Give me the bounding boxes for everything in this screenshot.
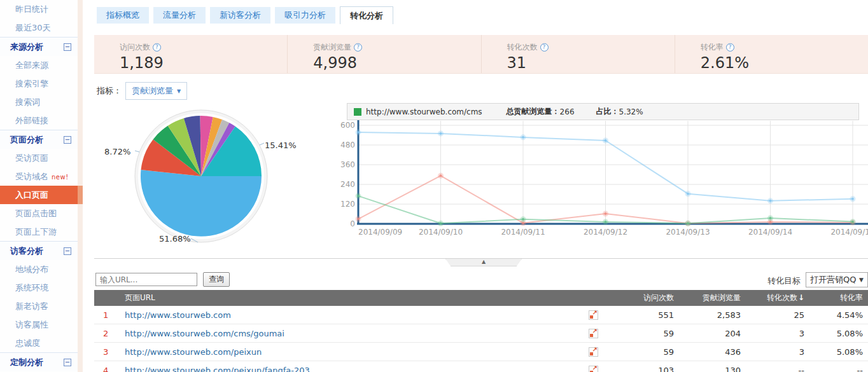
x-tick-label: 2014/09/11 [501, 228, 545, 237]
sidebar-section-19[interactable]: 定制分析− [0, 352, 78, 371]
table-row-2[interactable]: 3http://www.stourweb.com/peixun5943635.0… [94, 343, 868, 361]
x-tick-label: 2014/09/15 [830, 228, 868, 237]
metric-dropdown[interactable]: 贡献浏览量 ▼ [125, 82, 187, 100]
page-url-link[interactable]: http://www.stourweb.com/cms/goumai [125, 329, 284, 338]
collapse-section-icon[interactable]: − [64, 247, 71, 255]
sidebar-item-17[interactable]: 访客属性 [0, 315, 78, 334]
cell-views: 130 [674, 366, 741, 372]
arrow-up-icon: ▲ [482, 259, 486, 265]
conversion-goal-label: 转化目标 [767, 275, 801, 287]
sidebar-item-label: 来源分析 [10, 38, 43, 57]
sidebar-item-label: 地域分布 [15, 265, 48, 274]
sidebar-item-12[interactable]: 页面上下游 [0, 223, 78, 241]
sidebar-item-label: 系统环境 [15, 283, 48, 293]
help-icon[interactable]: ? [726, 43, 734, 52]
cell-visits: 103 [613, 366, 674, 372]
sidebar-item-15[interactable]: 系统环境 [0, 279, 78, 297]
stat-label: 贡献浏览量? [313, 42, 480, 53]
sidebar-item-14[interactable]: 地域分布 [0, 260, 78, 279]
sidebar-item-label: 忠诚度 [15, 338, 40, 348]
tab-1[interactable]: 流量分析 [153, 7, 206, 24]
data-point-core [357, 217, 360, 220]
page-url-link[interactable]: http://www.stourweb.com [125, 310, 231, 320]
open-page-icon[interactable] [589, 366, 598, 372]
sidebar-item-label: 昨日统计 [15, 4, 48, 14]
line-chart[interactable]: http://www.stourweb.com/cms 总贡献浏览量： 266 … [336, 102, 868, 258]
collapse-section-icon[interactable]: − [64, 359, 71, 366]
table-row-3[interactable]: 4http://www.stourweb.com/peixun/fangfa-2… [94, 361, 868, 372]
sidebar-item-label: 访客分析 [10, 242, 43, 261]
sidebar-item-1[interactable]: 最近30天 [0, 18, 78, 37]
collapse-section-icon[interactable]: − [64, 136, 71, 144]
sidebar-item-18[interactable]: 忠诚度 [0, 334, 78, 352]
sidebar-item-label: 页面分析 [10, 130, 43, 149]
page-url-link[interactable]: http://www.stourweb.com/peixun [125, 347, 262, 357]
sidebar-item-3[interactable]: 全部来源 [0, 56, 78, 74]
conversion-goal-select[interactable]: 打开营销QQ ▼ [806, 272, 868, 287]
collapse-panel-button[interactable]: ▲ [445, 259, 522, 266]
row-rank: 3 [103, 347, 108, 357]
line-chart-svg: 01202403604806002014/09/092014/09/102014… [336, 102, 868, 258]
sidebar-section-13[interactable]: 访客分析− [0, 241, 78, 260]
tab-4[interactable]: 转化分析 [340, 6, 393, 24]
sidebar-item-10[interactable]: 入口页面 [0, 186, 78, 204]
sidebar-item-label: 搜索引擎 [15, 79, 48, 88]
metric-label: 指标： [97, 85, 122, 97]
open-page-icon[interactable] [589, 310, 598, 320]
page-url-link[interactable]: http://www.stourweb.com/peixun/fangfa-20… [125, 366, 310, 372]
pie-label-connector [135, 151, 139, 152]
url-search-input[interactable] [95, 273, 197, 286]
data-point-core [522, 222, 524, 224]
data-point-core [769, 217, 772, 219]
table-row-0[interactable]: 1http://www.stourweb.com5512,583254.54% [94, 306, 868, 324]
sidebar-section-2[interactable]: 来源分析− [0, 37, 78, 56]
cell-rate: 4.54% [804, 310, 868, 320]
table-row-1[interactable]: 2http://www.stourweb.com/cms/goumai59204… [94, 324, 868, 343]
y-tick-label: 120 [340, 200, 355, 209]
cell-rate: 5.08% [804, 347, 868, 357]
table-header: 页面URL访问次数贡献浏览量转化次数↓转化率 [94, 290, 868, 306]
legend-total-label: 总贡献浏览量： [507, 106, 560, 117]
help-icon[interactable]: ? [153, 43, 161, 52]
data-point-core [440, 132, 442, 135]
sidebar-item-9[interactable]: 受访域名new! [0, 167, 78, 186]
cell-rate: -- [804, 366, 868, 372]
stat-card-1: 贡献浏览量?4,998 [287, 35, 480, 73]
sidebar-item-label: 受访域名 [15, 172, 48, 181]
divider [94, 258, 868, 259]
pie-chart-svg [95, 105, 307, 252]
tab-2[interactable]: 新访客分析 [210, 7, 270, 24]
column-header-2[interactable]: 贡献浏览量 [674, 293, 741, 303]
cell-conversions: 3 [741, 347, 804, 357]
pie-label-right: 15.41% [265, 141, 297, 150]
data-point-core [440, 222, 442, 224]
pie-chart[interactable]: 51.68% 8.72% 15.41% [95, 105, 307, 252]
column-header-0[interactable]: 页面URL [94, 293, 584, 303]
column-header-3[interactable]: 转化次数↓ [741, 293, 804, 303]
sidebar-item-5[interactable]: 搜索词 [0, 93, 78, 111]
data-point-core [605, 221, 607, 223]
column-header-1[interactable]: 访问次数 [613, 293, 674, 303]
legend-share-value: 5.32% [619, 107, 643, 116]
sidebar-item-label: 新老访客 [15, 301, 48, 311]
help-icon[interactable]: ? [354, 43, 362, 52]
sidebar-item-0[interactable]: 昨日统计 [0, 0, 78, 18]
sidebar-item-16[interactable]: 新老访客 [0, 297, 78, 315]
open-page-icon[interactable] [589, 347, 598, 357]
cell-conversions: -- [741, 366, 804, 372]
sidebar-item-8[interactable]: 受访页面 [0, 149, 78, 167]
tab-0[interactable]: 指标概览 [97, 7, 149, 24]
sidebar-item-4[interactable]: 搜索引擎 [0, 74, 78, 93]
column-header-4[interactable]: 转化率 [804, 293, 868, 303]
sidebar-item-11[interactable]: 页面点击图 [0, 204, 78, 223]
help-icon[interactable]: ? [540, 43, 549, 52]
open-page-icon[interactable] [589, 329, 598, 338]
search-button[interactable]: 查询 [203, 272, 230, 287]
tab-3[interactable]: 吸引力分析 [275, 7, 335, 24]
y-tick-label: 600 [340, 121, 355, 130]
sidebar-item-6[interactable]: 外部链接 [0, 111, 78, 130]
collapse-section-icon[interactable]: − [64, 43, 71, 51]
sidebar-section-7[interactable]: 页面分析− [0, 130, 78, 149]
data-point-core [357, 195, 360, 197]
conversion-goal-value: 打开营销QQ [810, 274, 856, 286]
